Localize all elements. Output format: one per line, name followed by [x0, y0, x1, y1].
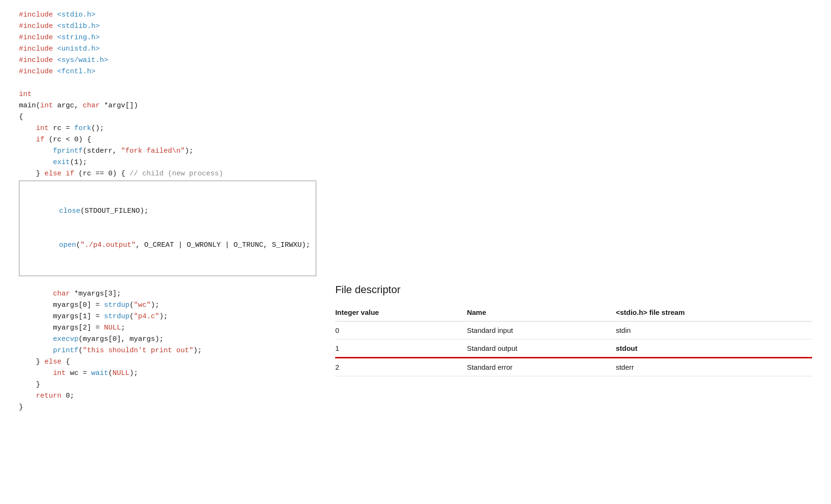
code-text: (: [130, 301, 134, 309]
macro-keyword: #include: [19, 45, 53, 53]
macro-keyword: #include: [19, 68, 53, 76]
code-text: (: [130, 313, 134, 321]
col-header-integer: Integer value: [335, 304, 467, 322]
code-text: [19, 369, 53, 377]
comment-child: // child (new process): [130, 170, 223, 178]
code-line: #include <stdio.h>: [19, 9, 316, 21]
code-text: argc,: [53, 102, 83, 110]
code-text: );: [185, 147, 193, 155]
table-header-row: Integer value Name <stdio.h> file stream: [335, 304, 812, 322]
code-line: int rc = fork();: [19, 123, 316, 134]
code-line: [19, 78, 316, 89]
func-close: close: [59, 207, 80, 215]
code-text: [61, 170, 66, 178]
code-line: printf("this shouldn't print out");: [19, 345, 316, 356]
code-text: wc =: [66, 369, 91, 377]
string-shouldnt-print: "this shouldn't print out": [83, 347, 193, 355]
func-fork: fork: [74, 124, 91, 132]
fd-stream-2: stderr: [616, 358, 812, 376]
code-text: [19, 290, 53, 298]
code-text: }: [19, 358, 44, 366]
open-line: open("./p4.output", O_CREAT | O_WRONLY |…: [25, 240, 310, 251]
code-text: }: [19, 381, 40, 389]
code-text: [19, 158, 53, 166]
keyword-else: else: [44, 170, 61, 178]
fd-table: Integer value Name <stdio.h> file stream…: [335, 304, 812, 376]
code-text: }: [19, 170, 44, 178]
macro-file: <fcntl.h>: [57, 68, 95, 76]
code-text: *argv[]): [100, 102, 138, 110]
code-text: main(: [19, 102, 40, 110]
code-line: #include <stdlib.h>: [19, 21, 316, 32]
macro-file: <unistd.h>: [57, 45, 100, 53]
code-line: int: [19, 89, 316, 100]
code-text: ();: [91, 124, 104, 132]
keyword-null: NULL: [104, 324, 121, 332]
code-text: [25, 207, 59, 215]
code-line: execvp(myargs[0], myargs);: [19, 334, 316, 345]
code-line: exit(1);: [19, 157, 316, 168]
string-p4-output: "./p4.output": [80, 241, 136, 249]
code-text: );: [130, 369, 138, 377]
fd-stream-0: stdin: [616, 322, 812, 339]
code-line: #include <fcntl.h>: [19, 66, 316, 78]
code-text: (1);: [70, 158, 87, 166]
col-header-stream: <stdio.h> file stream: [616, 304, 812, 322]
func-exit: exit: [53, 158, 70, 166]
func-strdup1: strdup: [104, 301, 130, 309]
code-text: {: [19, 113, 23, 121]
fd-title: File descriptor: [335, 284, 812, 296]
highlighted-block: close(STDOUT_FILENO); open("./p4.output"…: [19, 181, 316, 276]
code-text: [19, 347, 53, 355]
code-text: [19, 147, 53, 155]
keyword-else2: else: [44, 358, 61, 366]
code-text: );: [193, 347, 202, 355]
code-line: if (rc < 0) {: [19, 134, 316, 146]
table-row: 2 Standard error stderr: [335, 358, 812, 376]
code-line: } else if (rc == 0) { // child (new proc…: [19, 168, 316, 180]
macro-keyword: #include: [19, 11, 53, 19]
code-text: [19, 136, 36, 144]
code-text: (STDOUT_FILENO);: [80, 207, 148, 215]
fd-name-2: Standard error: [467, 358, 616, 376]
code-line: myargs[0] = strdup("wc");: [19, 300, 316, 311]
code-line: #include <sys/wait.h>: [19, 55, 316, 66]
code-line: myargs[2] = NULL;: [19, 322, 316, 334]
func-execvp: execvp: [53, 335, 78, 343]
func-printf: printf: [53, 347, 78, 355]
keyword-if: if: [36, 136, 44, 144]
code-text: [19, 124, 36, 132]
macro-file: <string.h>: [57, 34, 100, 42]
keyword-null2: NULL: [113, 369, 130, 377]
macro-keyword: #include: [19, 22, 53, 30]
right-section: File descriptor Integer value Name <stdi…: [335, 9, 812, 495]
string-wc: "wc": [134, 301, 151, 309]
keyword-int2: int: [53, 369, 66, 377]
code-text: (: [78, 347, 83, 355]
table-row-highlighted: 1 Standard output stdout: [335, 339, 812, 358]
macro-file: <stdlib.h>: [57, 22, 100, 30]
fd-name-1: Standard output: [467, 339, 616, 358]
keyword-int: int: [36, 124, 49, 132]
keyword-if2: if: [66, 170, 74, 178]
table-row: 0 Standard input stdin: [335, 322, 812, 339]
code-text: (: [108, 369, 113, 377]
macro-file: <stdio.h>: [57, 11, 95, 19]
code-section: #include <stdio.h> #include <stdlib.h> #…: [19, 9, 316, 495]
fd-stream-1: stdout: [616, 339, 812, 358]
func-wait: wait: [91, 369, 108, 377]
code-text: (rc < 0) {: [44, 136, 91, 144]
code-text: (stderr,: [83, 147, 121, 155]
fd-value-0: 0: [335, 322, 467, 339]
code-text: [19, 392, 36, 400]
code-text: );: [151, 301, 159, 309]
page-container: #include <stdio.h> #include <stdlib.h> #…: [0, 0, 831, 504]
code-text: [25, 241, 59, 249]
macro-keyword: #include: [19, 56, 53, 64]
code-line: myargs[1] = strdup("p4.c");: [19, 311, 316, 322]
keyword-char: char: [53, 290, 70, 298]
code-line: }: [19, 379, 316, 391]
code-line: {: [19, 112, 316, 123]
keyword-char: char: [83, 102, 100, 110]
code-text: myargs[2] =: [19, 324, 104, 332]
